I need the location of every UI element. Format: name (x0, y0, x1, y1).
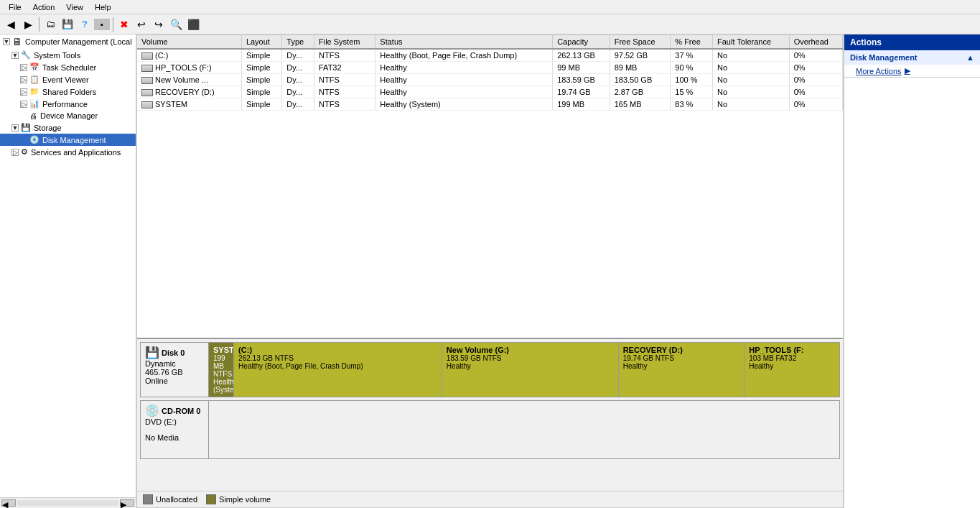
cell-fault: No (713, 74, 790, 86)
console-button[interactable]: ▪ (94, 19, 110, 30)
sidebar-item-computer[interactable]: ▼ 🖥 Computer Management (Local (0, 34, 136, 49)
hp-part-name: HP_TOOLS (F: (749, 346, 835, 354)
table-row[interactable]: New Volume ... Simple Dy... NTFS Healthy… (137, 74, 843, 86)
folder-button[interactable]: 🗂 (42, 17, 58, 32)
cell-overhead: 0% (789, 74, 842, 86)
cell-status: Healthy (375, 62, 553, 74)
search-button[interactable]: 🔍 (168, 17, 184, 32)
menu-view[interactable]: View (60, 0, 89, 14)
col-type[interactable]: Type (282, 35, 314, 49)
sidebar-item-task-scheduler[interactable]: ▷ 📅 Task Scheduler (0, 61, 136, 73)
expand-event-viewer[interactable]: ▷ (20, 76, 27, 83)
redo-button[interactable]: ↪ (151, 17, 167, 32)
cdrom0-status: No Media (145, 433, 179, 442)
cell-volume: New Volume ... (137, 74, 241, 86)
help-button[interactable]: ? (77, 17, 93, 32)
disk-map-area: 💾 Disk 0 Dynamic 465.76 GB Online SYSTEM… (137, 338, 843, 491)
col-overhead[interactable]: Overhead (789, 35, 842, 49)
sidebar-label-storage: Storage (34, 124, 62, 132)
table-row[interactable]: (C:) Simple Dy... NTFS Healthy (Boot, Pa… (137, 49, 843, 62)
legend-unalloc-box (143, 494, 153, 504)
toolbar: ◀ ▶ 🗂 💾 ? ▪ ✖ ↩ ↪ 🔍 ⬛ (0, 14, 980, 34)
save-button[interactable]: 💾 (60, 17, 75, 32)
disk0-row: 💾 Disk 0 Dynamic 465.76 GB Online SYSTEM… (140, 342, 840, 397)
table-row[interactable]: HP_TOOLS (F:) Simple Dy... FAT32 Healthy… (137, 62, 843, 74)
forward-button[interactable]: ▶ (20, 17, 36, 32)
col-fault[interactable]: Fault Tolerance (713, 35, 790, 49)
toolbar-sep1 (39, 17, 39, 32)
sidebar-item-disk-management[interactable]: 💿 Disk Management (0, 134, 136, 146)
actions-disk-mgmt-label: Disk Management (850, 53, 918, 62)
sidebar-item-storage[interactable]: ▼ 💾 Storage (0, 121, 136, 134)
disk0-c-partition[interactable]: (C:) 262.13 GB NTFS Healthy (Boot, Page … (234, 343, 442, 397)
col-layout[interactable]: Layout (241, 35, 281, 49)
expand-system-tools[interactable]: ▼ (11, 52, 19, 59)
sidebar-item-event-viewer[interactable]: ▷ 📋 Event Viewer (0, 73, 136, 86)
cell-freespace: 165 MB (610, 98, 671, 111)
menu-action[interactable]: Action (27, 0, 61, 14)
properties-button[interactable]: ⬛ (185, 17, 201, 32)
cell-fault: No (713, 86, 790, 98)
volume-table-container: Volume Layout Type File System Status Ca… (137, 35, 843, 338)
c-part-size: 262.13 GB NTFS (238, 354, 437, 362)
delete-button[interactable]: ✖ (116, 17, 132, 32)
menu-file[interactable]: File (3, 0, 27, 14)
g-part-name: New Volume (G:) (447, 346, 614, 354)
sidebar-item-performance[interactable]: ▷ 📊 Performance (0, 98, 136, 110)
table-row[interactable]: RECOVERY (D:) Simple Dy... NTFS Healthy … (137, 86, 843, 98)
sidebar-item-system-tools[interactable]: ▼ 🔧 System Tools (0, 49, 136, 61)
cell-layout: Simple (241, 62, 281, 74)
disk0-hp-partition[interactable]: HP_TOOLS (F: 103 MB FAT32 Healthy (745, 343, 839, 397)
sidebar-scroll-right[interactable]: ▶ (120, 499, 134, 507)
g-part-status: Healthy (447, 362, 614, 370)
sidebar-scroll-left[interactable]: ◀ (1, 499, 16, 507)
actions-disk-mgmt-header[interactable]: Disk Management ▲ (844, 50, 980, 65)
expand-shared-folders[interactable]: ▷ (20, 88, 27, 96)
legend-simple: Simple volume (206, 494, 271, 504)
sidebar-hscrollbar[interactable] (17, 500, 118, 506)
undo-button[interactable]: ↩ (134, 17, 149, 32)
table-row[interactable]: SYSTEM Simple Dy... NTFS Healthy (System… (137, 98, 843, 111)
col-volume[interactable]: Volume (137, 35, 241, 49)
sidebar-hscroll[interactable]: ◀ ▶ (0, 497, 136, 508)
expand-services[interactable]: ▷ (11, 149, 19, 156)
cell-type: Dy... (282, 86, 314, 98)
cdrom0-name: CD-ROM 0 (162, 407, 200, 415)
col-capacity[interactable]: Capacity (553, 35, 610, 49)
disk0-recovery-partition[interactable]: RECOVERY (D:) 19.74 GB NTFS Healthy (619, 343, 745, 397)
sidebar-label-shared-folders: Shared Folders (42, 88, 96, 96)
actions-more-link[interactable]: More Actions ▶ (844, 65, 980, 77)
system-part-size: 199 MB NTFS (213, 354, 229, 378)
cell-filesystem: NTFS (314, 74, 375, 86)
g-part-size: 183.59 GB NTFS (447, 354, 614, 362)
expand-performance[interactable]: ▷ (20, 101, 27, 108)
expand-task-scheduler[interactable]: ▷ (20, 64, 27, 71)
col-pctfree[interactable]: % Free (671, 35, 713, 49)
cell-status: Healthy (Boot, Page File, Crash Dump) (375, 49, 553, 62)
expand-storage[interactable]: ▼ (11, 124, 19, 131)
cell-type: Dy... (282, 98, 314, 111)
col-filesystem[interactable]: File System (314, 35, 375, 49)
col-freespace[interactable]: Free Space (610, 35, 671, 49)
sidebar-item-shared-folders[interactable]: ▷ 📁 Shared Folders (0, 86, 136, 98)
recovery-part-name: RECOVERY (D:) (623, 346, 740, 354)
col-status[interactable]: Status (375, 35, 553, 49)
recovery-part-status: Healthy (623, 362, 740, 370)
cell-status: Healthy (System) (375, 98, 553, 111)
back-button[interactable]: ◀ (3, 17, 19, 32)
more-actions-chevron: ▶ (905, 66, 910, 75)
sidebar-item-services[interactable]: ▷ ⚙ Services and Applications (0, 146, 136, 158)
sidebar-item-device-manager[interactable]: 🖨 Device Manager (0, 110, 136, 121)
disk0-partitions: SYSTEM 199 MB NTFS Healthy (System (C:) … (209, 343, 839, 397)
expand-computer[interactable]: ▼ (3, 38, 10, 45)
cell-volume: HP_TOOLS (F:) (137, 62, 241, 74)
actions-disk-mgmt-chevron: ▲ (966, 53, 974, 62)
cell-overhead: 0% (789, 49, 842, 62)
menu-help[interactable]: Help (89, 0, 117, 14)
legend-simple-box (206, 494, 216, 504)
disk0-g-partition[interactable]: New Volume (G:) 183.59 GB NTFS Healthy (442, 343, 619, 397)
cell-pctfree: 83 % (671, 98, 713, 111)
sidebar-label-services: Services and Applications (31, 148, 121, 157)
extra-space (137, 462, 843, 491)
disk0-system-partition[interactable]: SYSTEM 199 MB NTFS Healthy (System (209, 343, 234, 397)
